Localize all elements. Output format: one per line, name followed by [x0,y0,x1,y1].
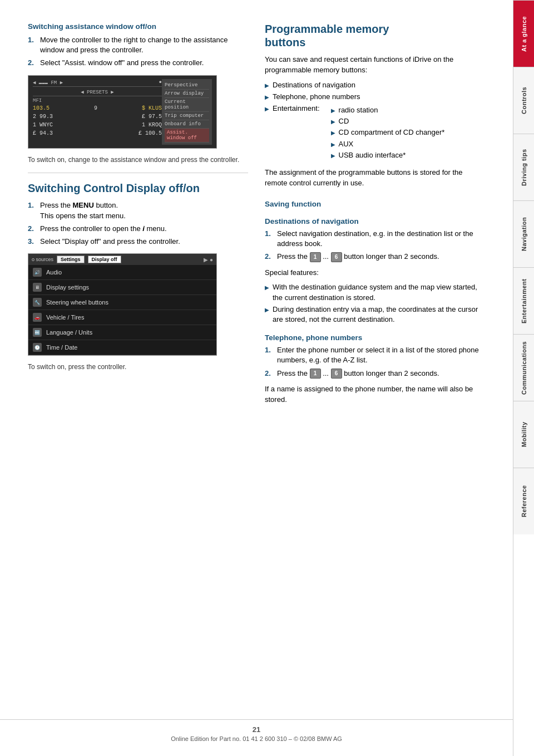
radio-display: ◀ ▬▬▬ FM ▶ ● ◀ PRESETS ▶ MFI 103.5 [28,76,216,148]
telephone-steps: 1. Enter the phone number or select it i… [265,345,485,379]
section-control-display: Switching Control Display off/on 1. Pres… [28,181,248,372]
language-icon: 🔤 [33,328,42,337]
sidebar-tab-entertainment[interactable]: Entertainment [513,267,534,334]
arrow-icon-3: ▶ [265,105,269,113]
steering-icon: 🔧 [33,298,42,307]
bullet-telephone: ▶ Telephone, phone numbers [265,92,485,102]
entertainment-sub-list: ▶ radio station ▶ CD ▶ CD compartment of… [331,105,445,161]
section-programmable-memory: Programmable memory buttons You can save… [265,22,485,405]
arrow-icon-aux: ▶ [331,141,335,149]
heading-control-display: Switching Control Display off/on [28,181,248,195]
sidebar-navigation: At a glance Controls Driving tips Naviga… [513,0,534,756]
step-display-2: 2. Press the controller to open the i me… [28,224,248,234]
radio-menu-arrow: Arrow display [165,90,209,98]
settings-display: o sources Settings Display off ▶ ● 🔊 Aud… [28,254,216,355]
step-display-3: 3. Select "Display off" and press the co… [28,237,248,247]
special-bullet-2: ▶ During destination entry via a map, th… [265,305,485,325]
intro-text: You can save and request certain functio… [265,55,485,76]
time-icon: 🕐 [33,343,42,352]
sidebar-tab-driving-tips[interactable]: Driving tips [513,134,534,200]
sidebar-tab-mobility[interactable]: Mobility [513,401,534,468]
toolbar-play-icon: ▶ ● [204,257,213,263]
sidebar-tab-controls[interactable]: Controls [513,67,534,134]
radio-menu-perspective: Perspective [165,81,209,90]
settings-screen-image: o sources Settings Display off ▶ ● 🔊 Aud… [28,253,217,356]
heading-telephone: Telephone, phone numbers [265,333,485,342]
step-assistance-2: 2. Select "Assist. window off" and press… [28,58,248,68]
tel-step-1: 1. Enter the phone number or select it i… [265,345,485,365]
dest-step-2: 2. Press the 1 ... 6 button longer than … [265,252,485,262]
sub-usb: ▶ USB audio interface* [331,150,445,160]
button-1-indicator: 1 [310,252,321,262]
heading-destinations: Destinations of navigation [265,217,485,225]
radio-menu-assist: Assist. window off [165,129,209,143]
destinations-steps: 1. Select navigation destination, e.g. i… [265,229,485,262]
settings-toolbar: o sources Settings Display off ▶ ● [28,254,216,265]
copyright-text: Online Edition for Part no. 01 41 2 600 … [171,735,342,742]
telephone-note: If a name is assigned to the phone numbe… [265,384,485,405]
settings-item-audio: 🔊 Audio [28,265,216,280]
sources-label: o sources [32,257,53,262]
sub-radio: ▶ radio station [331,105,445,115]
section-heading-assistance: Switching assistance window off/on [28,22,248,31]
sidebar-tab-communications[interactable]: Communications [513,334,534,401]
settings-item-steering: 🔧 Steering wheel buttons [28,295,216,310]
caption-display: To switch on, press the controller. [28,362,248,372]
menu-label: MENU [73,201,94,209]
special-features-list: ▶ With the destination guidance system a… [265,282,485,325]
radio-menu-onboard: Onboard info [165,120,209,129]
step-display-1: 1. Press the MENU button.This opens the … [28,200,248,220]
assignment-note: The assignment of the programmable butto… [265,168,485,189]
arrow-icon-cdchanger: ▶ [331,129,335,137]
dest-step-1: 1. Select navigation destination, e.g. i… [265,229,485,249]
sub-aux: ▶ AUX [331,139,445,149]
special-bullet-1: ▶ With the destination guidance system a… [265,282,485,302]
display-icon: 🖥 [33,283,42,292]
left-column: Switching assistance window off/on 1. Mo… [28,22,248,410]
display-off-tab: Display off [88,256,121,263]
sub-cd-changer: ▶ CD compartment of CD changer* [331,127,445,138]
tel-button-6-indicator: 6 [331,369,342,379]
radio-menu-current: Current position [165,98,209,112]
i-menu-label: i [142,224,145,233]
settings-item-display: 🖥 Display settings [28,280,216,295]
sub-cd: ▶ CD [331,116,445,126]
settings-item-language: 🔤 Language / Units [28,325,216,340]
arrow-icon-1: ▶ [265,82,269,90]
sidebar-tab-at-a-glance[interactable]: At a glance [513,0,534,67]
vehicle-icon: 🚗 [33,313,42,322]
settings-item-vehicle: 🚗 Vehicle / Tires [28,310,216,325]
arrow-icon-cd: ▶ [331,118,335,126]
divider-1 [28,173,248,173]
tel-button-1-indicator: 1 [310,369,321,379]
page-number: 21 [0,725,513,734]
page-footer: 21 Online Edition for Part no. 01 41 2 6… [0,719,513,742]
arrow-icon-sp1: ▶ [265,284,269,292]
right-column: Programmable memory buttons You can save… [265,22,485,410]
arrow-icon-usb: ▶ [331,152,335,160]
heading-saving-function: Saving function [265,200,485,208]
special-features-label: Special features: [265,268,485,278]
bullet-list-main: ▶ Destinations of navigation ▶ Telephone… [265,80,485,163]
arrow-icon-2: ▶ [265,94,269,101]
radio-menu-trip: Trip computer [165,112,209,120]
bullet-destinations: ▶ Destinations of navigation [265,80,485,90]
section-assistance-window: Switching assistance window off/on 1. Mo… [28,22,248,164]
settings-item-time: 🕐 Time / Date [28,340,216,355]
audio-icon: 🔊 [33,268,42,277]
sidebar-tab-reference[interactable]: Reference [513,468,534,534]
arrow-icon-radio: ▶ [331,107,335,115]
step-assistance-1: 1. Move the controller to the right to c… [28,35,248,55]
caption-assistance: To switch on, change to the assistance w… [28,155,248,165]
tel-step-2: 2. Press the 1 ... 6 button longer than … [265,369,485,379]
arrow-icon-sp2: ▶ [265,306,269,314]
button-6-indicator: 6 [331,252,342,262]
bullet-entertainment: ▶ Entertainment: ▶ radio station ▶ CD [265,104,485,163]
settings-tab: Settings [57,256,85,263]
radio-screen-image: ◀ ▬▬▬ FM ▶ ● ◀ PRESETS ▶ MFI 103.5 [28,75,217,149]
heading-programmable: Programmable memory buttons [265,22,485,49]
sidebar-tab-navigation[interactable]: Navigation [513,200,534,267]
